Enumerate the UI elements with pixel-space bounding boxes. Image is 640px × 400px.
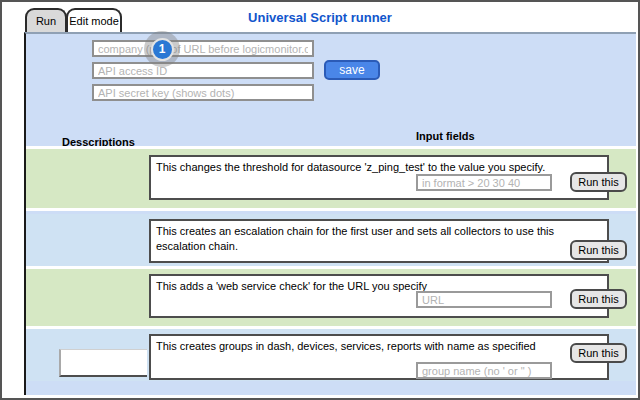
tab-run[interactable]: Run <box>25 8 67 32</box>
threshold-value-input[interactable] <box>416 174 552 191</box>
run-this-button[interactable]: Run this <box>570 289 627 309</box>
api-secret-key-input[interactable] <box>92 84 314 101</box>
panel-corner-notch <box>59 349 147 377</box>
api-access-id-input[interactable] <box>92 62 314 79</box>
company-input[interactable] <box>92 40 314 57</box>
script-description: This creates an escalation chain for the… <box>149 219 609 263</box>
script-row-threshold: This changes the threshold for datasourc… <box>26 146 636 211</box>
top-bar: Run Edit mode Universal Script runner <box>2 2 638 32</box>
script-row-escalation-chain: This creates an escalation chain for the… <box>26 214 636 266</box>
run-this-button[interactable]: Run this <box>570 343 627 363</box>
page-title: Universal Script runner <box>248 10 392 25</box>
save-button[interactable]: save <box>324 60 380 80</box>
group-name-input[interactable] <box>416 362 552 379</box>
script-row-web-service-check: This adds a 'web service check' for the … <box>26 266 636 329</box>
run-this-button[interactable]: Run this <box>570 172 627 192</box>
step-badge: 1 <box>151 38 174 61</box>
app-window: Run Edit mode Universal Script runner sa… <box>0 0 640 400</box>
tab-edit-mode[interactable]: Edit mode <box>66 8 122 32</box>
main-panel: save 1 Desscriptions Input fields This c… <box>24 32 636 395</box>
step-badge-ring: 1 <box>144 31 180 67</box>
url-input[interactable] <box>416 291 552 308</box>
input-fields-column-header: Input fields <box>416 130 475 142</box>
run-this-button[interactable]: Run this <box>570 240 627 260</box>
